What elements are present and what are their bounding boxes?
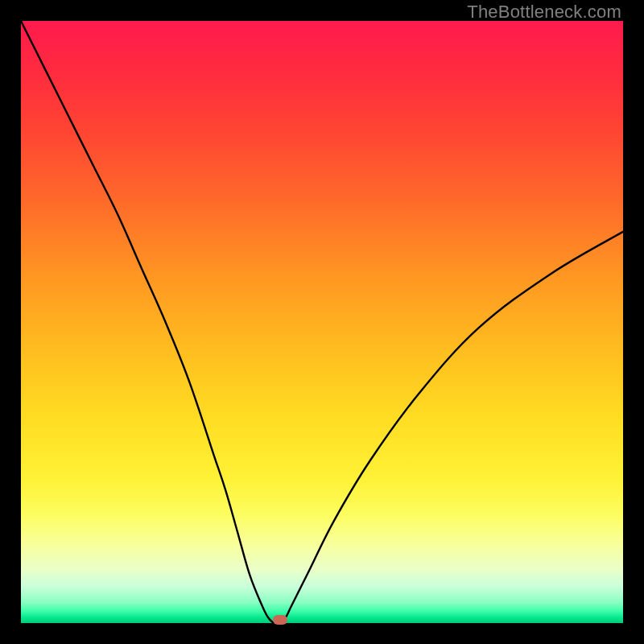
chart-frame: TheBottleneck.com xyxy=(0,0,644,644)
curve-path xyxy=(21,21,623,623)
watermark-text: TheBottleneck.com xyxy=(467,2,621,23)
plot-area xyxy=(21,21,623,623)
optimal-marker xyxy=(273,615,287,625)
bottleneck-curve xyxy=(21,21,623,623)
